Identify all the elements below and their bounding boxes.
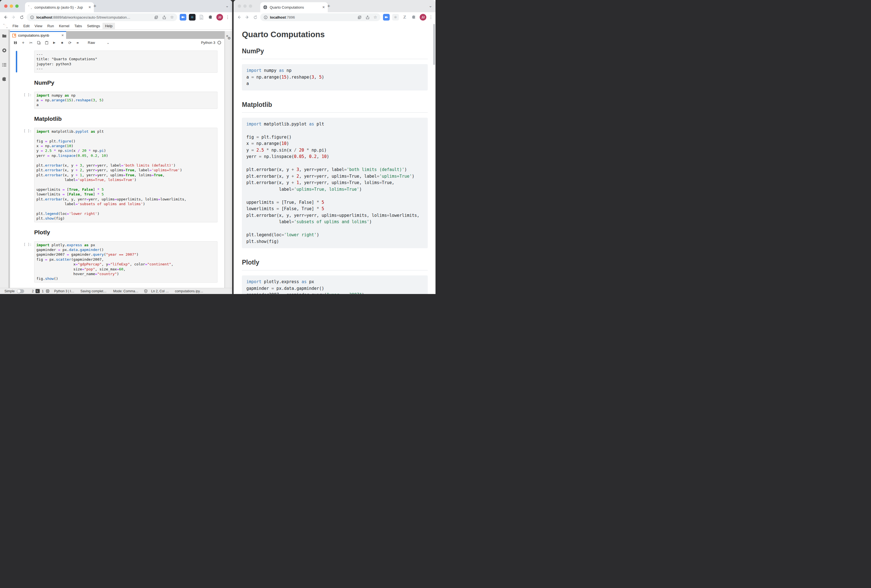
add-cell-button[interactable]: +	[21, 40, 26, 45]
browser-toolbar: localhost:7896 ☆ ⚛ Z JJ ⋮	[233, 12, 436, 22]
window-close-button[interactable]	[4, 4, 7, 8]
code-cell[interactable]: [ ]:import numpy as npa = np.arange(15).…	[10, 92, 224, 109]
interrupt-kernel-button[interactable]: ■	[60, 40, 65, 45]
reload-button[interactable]	[252, 14, 258, 20]
copy-cells-button[interactable]	[36, 40, 41, 45]
paste-cells-button[interactable]	[44, 40, 49, 45]
open-in-new-icon[interactable]	[358, 15, 362, 19]
table-of-contents-icon[interactable]	[1, 62, 7, 67]
cursor-position-text[interactable]: Ln 2, Col …	[151, 289, 169, 293]
site-info-icon[interactable]	[30, 15, 34, 19]
tab-close-icon[interactable]: ✕	[322, 5, 325, 9]
forward-button[interactable]	[10, 14, 16, 20]
code-line: fig = plt.figure()	[36, 139, 215, 143]
markdown-heading-cell[interactable]: Matplotlib	[34, 115, 217, 122]
raw-cell[interactable]: ---title: "Quarto Computations"jupyter: …	[10, 51, 224, 73]
tab-search-chevron-icon[interactable]: ⌄	[225, 3, 229, 8]
page-scrollbar-thumb[interactable]	[433, 24, 435, 65]
react-devtools-extension-icon[interactable]: ⚛	[392, 14, 399, 21]
notebook-tab-close-icon[interactable]: ✕	[61, 34, 64, 37]
code-line: lowerlimits = [False, True] * 5	[36, 192, 215, 197]
run-cell-button[interactable]: ▶	[52, 40, 57, 45]
notebook-tab[interactable]: computations.ipynb ✕	[10, 31, 66, 39]
back-button[interactable]	[236, 14, 242, 20]
address-bar[interactable]: localhost:7896 ☆	[260, 13, 380, 21]
menu-view[interactable]: View	[32, 23, 45, 29]
browser-tab[interactable]: computations.ip (auto-S) - Jup ✕	[25, 2, 94, 12]
code-block[interactable]: import matplotlib.pyplot as plt fig = pl…	[242, 118, 428, 248]
address-bar[interactable]: localhost:8889/lab/workspaces/auto-S/tre…	[27, 13, 177, 21]
simple-mode-toggle[interactable]	[17, 289, 24, 293]
code-block[interactable]: import plotly.express as pxgapminder = p…	[242, 275, 428, 294]
cell-editor[interactable]: import plotly.express as pxgapminder = p…	[34, 241, 217, 283]
cut-cells-button[interactable]: ✂	[28, 40, 34, 45]
cell-editor[interactable]: ---title: "Quarto Computations"jupyter: …	[34, 51, 217, 73]
window-minimize-button[interactable]	[243, 4, 247, 8]
zoom-extension-icon[interactable]	[383, 14, 390, 21]
profile-avatar[interactable]: JJ	[216, 14, 223, 21]
browser-menu-icon[interactable]: ⋮	[226, 15, 230, 20]
code-block[interactable]: import numpy as npa = np.arange(15).resh…	[242, 64, 428, 91]
command-mode-text[interactable]: Mode: Comma…	[113, 289, 139, 293]
kernel-status-text[interactable]: Python 3 | I…	[54, 289, 75, 293]
kernel-status-icon[interactable]	[217, 41, 221, 45]
extension-manager-icon[interactable]	[1, 77, 7, 82]
property-inspector-gears-icon[interactable]: ⚙⚙	[226, 35, 231, 40]
cell-prompt: [ ]:	[10, 93, 31, 97]
extensions-puzzle-icon[interactable]	[207, 14, 214, 21]
new-tab-button[interactable]: +	[327, 3, 330, 9]
share-icon[interactable]	[162, 15, 166, 19]
bookmark-star-icon[interactable]: ☆	[374, 15, 377, 20]
code-line: a = np.arange(15).reshape(3, 5)	[36, 98, 215, 103]
zoom-extension-icon[interactable]	[180, 14, 186, 21]
menu-tabs[interactable]: Tabs	[72, 23, 84, 29]
cell-type-dropdown[interactable]: Raw ⌄	[88, 40, 109, 45]
menu-edit[interactable]: Edit	[21, 23, 32, 29]
menu-file[interactable]: File	[10, 23, 21, 29]
code-cell[interactable]: [ ]:import matplotlib.pyplot as plt fig …	[10, 128, 224, 222]
back-button[interactable]	[3, 14, 9, 20]
document-extension-icon[interactable]	[198, 14, 205, 21]
code-line: import numpy as np	[36, 93, 215, 98]
menu-kernel[interactable]: Kernel	[56, 23, 72, 29]
bookmark-star-icon[interactable]: ☆	[170, 15, 174, 20]
code-line: plt.errorbar(x, y + 1, yerr=yerr, uplims…	[36, 173, 215, 178]
cell-prompt: [ ]:	[10, 243, 31, 246]
reload-button[interactable]	[19, 14, 25, 20]
restart-run-all-button[interactable]: ▸▸	[75, 40, 80, 45]
tab-close-icon[interactable]: ✕	[88, 5, 91, 9]
url-text[interactable]: localhost:8889/lab/workspaces/auto-S/tre…	[36, 15, 130, 19]
forward-button[interactable]	[244, 14, 250, 20]
menu-settings[interactable]: Settings	[84, 23, 102, 29]
window-close-button[interactable]	[238, 4, 241, 8]
window-minimize-button[interactable]	[10, 4, 13, 8]
running-sessions-icon[interactable]	[1, 48, 7, 53]
tab-search-chevron-icon[interactable]: ⌄	[428, 3, 432, 8]
browser-menu-icon[interactable]: ⋮	[429, 15, 433, 20]
extensions-puzzle-icon[interactable]	[410, 14, 417, 21]
new-tab-button[interactable]: +	[93, 3, 96, 9]
menu-help[interactable]: Help	[102, 23, 115, 29]
menu-run[interactable]: Run	[45, 23, 56, 29]
profile-avatar[interactable]: JJ	[420, 14, 427, 21]
markdown-heading-cell[interactable]: Plotly	[34, 229, 217, 236]
save-button[interactable]	[13, 40, 18, 45]
open-in-new-icon[interactable]	[154, 15, 158, 19]
markdown-heading-cell[interactable]: NumPy	[34, 79, 217, 86]
cell-editor[interactable]: import numpy as npa = np.arange(15).resh…	[34, 92, 217, 109]
share-icon[interactable]	[365, 15, 370, 19]
window-zoom-button[interactable]	[249, 4, 252, 8]
url-text[interactable]: localhost:7896	[270, 15, 295, 19]
restart-kernel-button[interactable]: ⟳	[67, 40, 72, 45]
browser-tab[interactable]: Quarto Computations ✕	[260, 2, 328, 12]
site-info-icon[interactable]	[263, 15, 268, 19]
react-devtools-extension-icon[interactable]: ⚛	[189, 14, 196, 21]
notebook-scroll-area[interactable]: ---title: "Quarto Computations"jupyter: …	[10, 46, 224, 288]
file-browser-icon[interactable]	[1, 33, 7, 39]
kernel-name[interactable]: Python 3	[201, 40, 215, 45]
notebook-file-icon	[12, 34, 16, 37]
code-cell[interactable]: [ ]:import plotly.express as pxgapminder…	[10, 241, 224, 283]
z-extension-icon[interactable]: Z	[401, 14, 408, 21]
window-zoom-button[interactable]	[15, 4, 19, 8]
cell-editor[interactable]: import matplotlib.pyplot as plt fig = pl…	[34, 128, 217, 222]
